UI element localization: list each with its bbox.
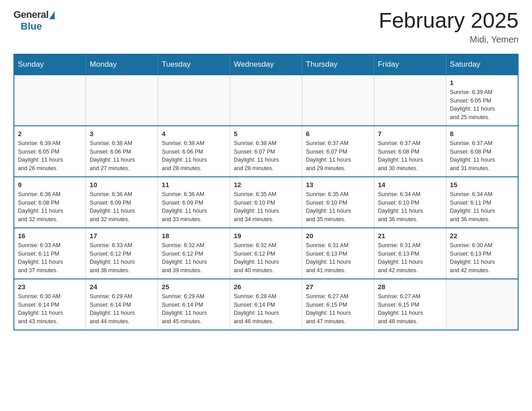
day-number: 8	[450, 130, 514, 137]
page-header: General Blue February 2025 Midi, Yemen	[13, 9, 519, 45]
calendar-cell: 27Sunrise: 6:27 AM Sunset: 6:15 PM Dayli…	[302, 279, 374, 330]
week-row-1: 2Sunrise: 6:39 AM Sunset: 6:05 PM Daylig…	[14, 126, 518, 177]
calendar-cell: 2Sunrise: 6:39 AM Sunset: 6:05 PM Daylig…	[14, 126, 86, 177]
calendar-cell: 1Sunrise: 6:39 AM Sunset: 6:05 PM Daylig…	[446, 75, 518, 126]
calendar-cell	[302, 75, 374, 126]
calendar-cell: 14Sunrise: 6:34 AM Sunset: 6:10 PM Dayli…	[374, 177, 446, 228]
day-number: 13	[306, 181, 370, 188]
day-info: Sunrise: 6:37 AM Sunset: 6:08 PM Dayligh…	[378, 139, 442, 173]
day-info: Sunrise: 6:36 AM Sunset: 6:09 PM Dayligh…	[162, 190, 226, 224]
calendar-cell: 28Sunrise: 6:27 AM Sunset: 6:15 PM Dayli…	[374, 279, 446, 330]
day-info: Sunrise: 6:32 AM Sunset: 6:12 PM Dayligh…	[162, 241, 226, 275]
day-number: 7	[378, 130, 442, 137]
calendar-cell	[86, 75, 158, 126]
day-info: Sunrise: 6:31 AM Sunset: 6:13 PM Dayligh…	[306, 241, 370, 275]
day-info: Sunrise: 6:35 AM Sunset: 6:10 PM Dayligh…	[234, 190, 298, 224]
day-number: 2	[18, 130, 82, 137]
day-info: Sunrise: 6:30 AM Sunset: 6:14 PM Dayligh…	[18, 292, 82, 326]
title-section: February 2025 Midi, Yemen	[379, 9, 519, 45]
calendar-cell: 7Sunrise: 6:37 AM Sunset: 6:08 PM Daylig…	[374, 126, 446, 177]
day-info: Sunrise: 6:31 AM Sunset: 6:13 PM Dayligh…	[378, 241, 442, 275]
calendar-cell: 21Sunrise: 6:31 AM Sunset: 6:13 PM Dayli…	[374, 228, 446, 279]
day-number: 11	[162, 181, 226, 188]
day-number: 16	[18, 232, 82, 240]
logo-general-text: General	[13, 9, 48, 21]
day-info: Sunrise: 6:27 AM Sunset: 6:15 PM Dayligh…	[306, 292, 370, 326]
weekday-header-tuesday: Tuesday	[158, 54, 230, 75]
day-info: Sunrise: 6:34 AM Sunset: 6:10 PM Dayligh…	[378, 190, 442, 224]
calendar-cell: 5Sunrise: 6:38 AM Sunset: 6:07 PM Daylig…	[230, 126, 302, 177]
logo: General Blue	[13, 9, 55, 32]
calendar-cell: 25Sunrise: 6:29 AM Sunset: 6:14 PM Dayli…	[158, 279, 230, 330]
day-info: Sunrise: 6:39 AM Sunset: 6:05 PM Dayligh…	[450, 88, 514, 122]
day-number: 26	[234, 283, 298, 291]
day-number: 6	[306, 130, 370, 137]
day-number: 20	[306, 232, 370, 240]
calendar-cell: 16Sunrise: 6:33 AM Sunset: 6:11 PM Dayli…	[14, 228, 86, 279]
calendar-cell: 26Sunrise: 6:28 AM Sunset: 6:14 PM Dayli…	[230, 279, 302, 330]
logo-blue-text: Blue	[21, 21, 42, 32]
day-info: Sunrise: 6:29 AM Sunset: 6:14 PM Dayligh…	[162, 292, 226, 326]
calendar-cell: 6Sunrise: 6:37 AM Sunset: 6:07 PM Daylig…	[302, 126, 374, 177]
weekday-header-saturday: Saturday	[446, 54, 518, 75]
calendar-cell: 20Sunrise: 6:31 AM Sunset: 6:13 PM Dayli…	[302, 228, 374, 279]
month-title: February 2025	[379, 9, 519, 33]
day-number: 18	[162, 232, 226, 240]
day-number: 21	[378, 232, 442, 240]
day-info: Sunrise: 6:35 AM Sunset: 6:10 PM Dayligh…	[306, 190, 370, 224]
day-number: 22	[450, 232, 514, 240]
day-info: Sunrise: 6:36 AM Sunset: 6:08 PM Dayligh…	[18, 190, 82, 224]
calendar-cell: 23Sunrise: 6:30 AM Sunset: 6:14 PM Dayli…	[14, 279, 86, 330]
day-number: 1	[450, 79, 514, 86]
day-number: 25	[162, 283, 226, 291]
day-number: 27	[306, 283, 370, 291]
day-number: 3	[90, 130, 154, 137]
calendar-cell: 8Sunrise: 6:37 AM Sunset: 6:08 PM Daylig…	[446, 126, 518, 177]
day-info: Sunrise: 6:38 AM Sunset: 6:06 PM Dayligh…	[90, 139, 154, 173]
weekday-header-row: SundayMondayTuesdayWednesdayThursdayFrid…	[14, 54, 518, 75]
day-info: Sunrise: 6:29 AM Sunset: 6:14 PM Dayligh…	[90, 292, 154, 326]
calendar-cell: 22Sunrise: 6:30 AM Sunset: 6:13 PM Dayli…	[446, 228, 518, 279]
weekday-header-thursday: Thursday	[302, 54, 374, 75]
calendar-cell: 17Sunrise: 6:33 AM Sunset: 6:12 PM Dayli…	[86, 228, 158, 279]
day-info: Sunrise: 6:30 AM Sunset: 6:13 PM Dayligh…	[450, 241, 514, 275]
day-number: 12	[234, 181, 298, 188]
calendar-cell: 18Sunrise: 6:32 AM Sunset: 6:12 PM Dayli…	[158, 228, 230, 279]
calendar-cell: 15Sunrise: 6:34 AM Sunset: 6:11 PM Dayli…	[446, 177, 518, 228]
day-number: 24	[90, 283, 154, 291]
week-row-2: 9Sunrise: 6:36 AM Sunset: 6:08 PM Daylig…	[14, 177, 518, 228]
calendar-cell	[374, 75, 446, 126]
calendar-cell	[230, 75, 302, 126]
day-number: 9	[18, 181, 82, 188]
calendar-cell	[158, 75, 230, 126]
calendar-cell: 13Sunrise: 6:35 AM Sunset: 6:10 PM Dayli…	[302, 177, 374, 228]
calendar-cell	[446, 279, 518, 330]
weekday-header-monday: Monday	[86, 54, 158, 75]
calendar-cell: 9Sunrise: 6:36 AM Sunset: 6:08 PM Daylig…	[14, 177, 86, 228]
day-number: 19	[234, 232, 298, 240]
calendar-cell: 3Sunrise: 6:38 AM Sunset: 6:06 PM Daylig…	[86, 126, 158, 177]
calendar-cell: 4Sunrise: 6:38 AM Sunset: 6:06 PM Daylig…	[158, 126, 230, 177]
calendar-cell: 12Sunrise: 6:35 AM Sunset: 6:10 PM Dayli…	[230, 177, 302, 228]
weekday-header-wednesday: Wednesday	[230, 54, 302, 75]
day-info: Sunrise: 6:37 AM Sunset: 6:08 PM Dayligh…	[450, 139, 514, 173]
day-number: 15	[450, 181, 514, 188]
day-number: 4	[162, 130, 226, 137]
week-row-4: 23Sunrise: 6:30 AM Sunset: 6:14 PM Dayli…	[14, 279, 518, 330]
day-info: Sunrise: 6:36 AM Sunset: 6:09 PM Dayligh…	[90, 190, 154, 224]
calendar-cell	[14, 75, 86, 126]
day-number: 5	[234, 130, 298, 137]
day-info: Sunrise: 6:32 AM Sunset: 6:12 PM Dayligh…	[234, 241, 298, 275]
day-info: Sunrise: 6:37 AM Sunset: 6:07 PM Dayligh…	[306, 139, 370, 173]
day-info: Sunrise: 6:33 AM Sunset: 6:11 PM Dayligh…	[18, 241, 82, 275]
day-number: 17	[90, 232, 154, 240]
calendar-cell: 24Sunrise: 6:29 AM Sunset: 6:14 PM Dayli…	[86, 279, 158, 330]
location-text: Midi, Yemen	[379, 34, 519, 45]
day-info: Sunrise: 6:39 AM Sunset: 6:05 PM Dayligh…	[18, 139, 82, 173]
day-info: Sunrise: 6:27 AM Sunset: 6:15 PM Dayligh…	[378, 292, 442, 326]
calendar-table: SundayMondayTuesdayWednesdayThursdayFrid…	[13, 54, 519, 330]
day-number: 10	[90, 181, 154, 188]
day-info: Sunrise: 6:28 AM Sunset: 6:14 PM Dayligh…	[234, 292, 298, 326]
calendar-cell: 11Sunrise: 6:36 AM Sunset: 6:09 PM Dayli…	[158, 177, 230, 228]
day-number: 23	[18, 283, 82, 291]
